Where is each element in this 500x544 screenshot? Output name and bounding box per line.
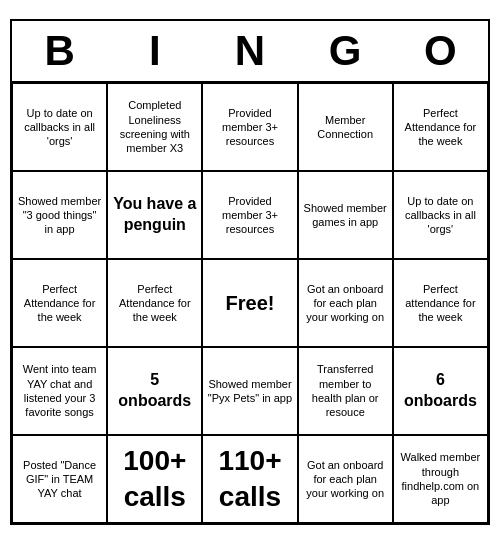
bingo-cell-5[interactable]: Showed member "3 good things" in app	[12, 171, 107, 259]
bingo-header: BINGO	[12, 21, 488, 83]
header-letter-N: N	[206, 27, 294, 75]
bingo-cell-24[interactable]: Walked member through findhelp.com on ap…	[393, 435, 488, 523]
bingo-cell-4[interactable]: Perfect Attendance for the week	[393, 83, 488, 171]
bingo-cell-8[interactable]: Showed member games in app	[298, 171, 393, 259]
bingo-grid: Up to date on callbacks in all 'orgs'Com…	[12, 83, 488, 523]
header-letter-B: B	[16, 27, 104, 75]
bingo-cell-3[interactable]: Member Connection	[298, 83, 393, 171]
bingo-cell-19[interactable]: 6 onboards	[393, 347, 488, 435]
header-letter-I: I	[111, 27, 199, 75]
bingo-cell-7[interactable]: Provided member 3+ resources	[202, 171, 297, 259]
bingo-cell-6[interactable]: You have a penguin	[107, 171, 202, 259]
bingo-cell-16[interactable]: 5 onboards	[107, 347, 202, 435]
bingo-cell-1[interactable]: Completed Loneliness screening with memb…	[107, 83, 202, 171]
bingo-cell-2[interactable]: Provided member 3+ resources	[202, 83, 297, 171]
bingo-cell-17[interactable]: Showed member "Pyx Pets" in app	[202, 347, 297, 435]
bingo-cell-15[interactable]: Went into team YAY chat and listened you…	[12, 347, 107, 435]
header-letter-G: G	[301, 27, 389, 75]
bingo-card: BINGO Up to date on callbacks in all 'or…	[10, 19, 490, 525]
bingo-cell-14[interactable]: Perfect attendance for the week	[393, 259, 488, 347]
bingo-cell-18[interactable]: Transferred member to health plan or res…	[298, 347, 393, 435]
bingo-cell-13[interactable]: Got an onboard for each plan your workin…	[298, 259, 393, 347]
bingo-cell-12[interactable]: Free!	[202, 259, 297, 347]
bingo-cell-23[interactable]: Got an onboard for each plan your workin…	[298, 435, 393, 523]
bingo-cell-21[interactable]: 100+ calls	[107, 435, 202, 523]
header-letter-O: O	[396, 27, 484, 75]
bingo-cell-11[interactable]: Perfect Attendance for the week	[107, 259, 202, 347]
bingo-cell-9[interactable]: Up to date on callbacks in all 'orgs'	[393, 171, 488, 259]
bingo-cell-0[interactable]: Up to date on callbacks in all 'orgs'	[12, 83, 107, 171]
bingo-cell-10[interactable]: Perfect Attendance for the week	[12, 259, 107, 347]
bingo-cell-20[interactable]: Posted "Dance GIF" in TEAM YAY chat	[12, 435, 107, 523]
bingo-cell-22[interactable]: 110+ calls	[202, 435, 297, 523]
